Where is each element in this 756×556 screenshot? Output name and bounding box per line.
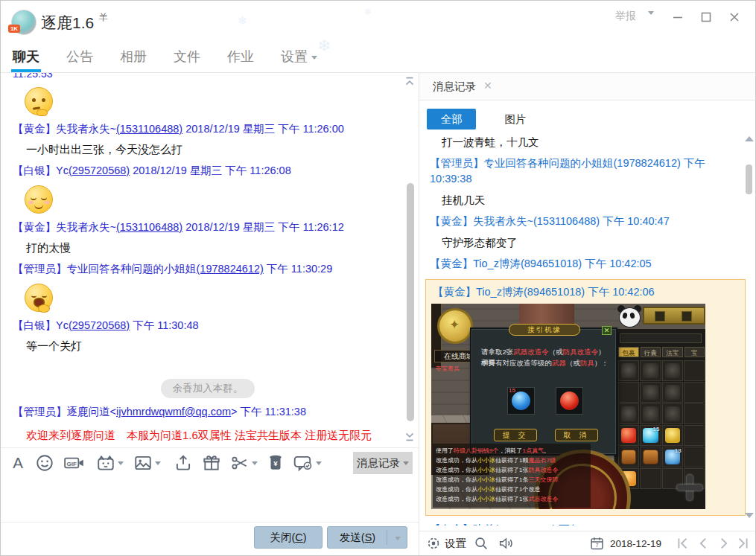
sender-name-text: 下午 11:30:48 bbox=[130, 319, 198, 331]
sender-name-text: 【黄金】失我者永失~ bbox=[13, 123, 116, 135]
history-message-text: 守护形态都变了 bbox=[442, 236, 748, 250]
nav-next-button[interactable] bbox=[716, 535, 732, 552]
svg-text:GIF: GIF bbox=[67, 461, 77, 467]
history-message-text: 打一波青蛙，十几文 bbox=[442, 135, 748, 150]
caret-down-icon bbox=[311, 56, 317, 60]
divider bbox=[1, 522, 419, 523]
highlighted-image-message[interactable]: 【黄金】Tio_z博涛(894651018) 下午 10:42:06在线商城夺宝… bbox=[425, 279, 746, 516]
yawning-face-emoji bbox=[25, 284, 53, 312]
sender-id-link[interactable]: (295720568) bbox=[69, 319, 130, 331]
message-text: 等一个关灯 bbox=[26, 339, 403, 354]
emoticon-icon[interactable] bbox=[35, 453, 54, 473]
caret-down-icon bbox=[118, 461, 124, 465]
panel-calendar-button[interactable]: 7 bbox=[589, 535, 605, 552]
clipped-timestamp: 11:25:53 bbox=[13, 73, 403, 80]
maximize-button[interactable] bbox=[696, 8, 717, 26]
send-button-label: 发送(S) bbox=[340, 531, 375, 545]
divider bbox=[387, 530, 387, 545]
font-icon[interactable]: A bbox=[8, 453, 28, 473]
game-screenshot-image[interactable]: 在线商城夺宝奇兵包裹行囊法宝宝1513接引机缘✕请拿取2张武器改造令（或防具改造… bbox=[431, 304, 705, 509]
svg-text:7: 7 bbox=[595, 542, 598, 549]
tab-chat[interactable]: 聊天 bbox=[13, 47, 39, 71]
sender-name-text: 【黄金】失我者永失~ bbox=[13, 221, 116, 233]
tab-label: 聊天 bbox=[13, 49, 39, 64]
filter-images[interactable]: 图片 bbox=[491, 109, 540, 130]
history-message-header: 【管理员】专业回答各种问题的小姐姐(1978824612) 下午 10:39:3… bbox=[430, 156, 738, 187]
sender-name-text: 【管理员】逐鹿问道< bbox=[13, 406, 116, 418]
g-dialog: 接引机缘✕请拿取2张武器改造令（或防具改造令）和要求持有对应改造等级的武器（或防… bbox=[470, 327, 617, 456]
close-panel-icon[interactable]: ✕ bbox=[483, 80, 492, 92]
sticker-icon[interactable] bbox=[96, 453, 124, 473]
panel-speaker-button[interactable] bbox=[497, 535, 515, 552]
close-window-button[interactable] bbox=[724, 8, 745, 26]
screenshot-icon[interactable] bbox=[230, 453, 258, 473]
chat-scrollbar-thumb[interactable] bbox=[407, 183, 414, 421]
sender-id-link[interactable]: (1531106488) bbox=[116, 123, 182, 135]
message-text: 一小时出出三张，今天没怎么打 bbox=[26, 143, 403, 157]
gift-icon[interactable] bbox=[202, 453, 221, 473]
send-options-caret-icon[interactable] bbox=[395, 537, 401, 540]
tab-label: 相册 bbox=[120, 49, 147, 64]
nav-last-button[interactable] bbox=[735, 535, 752, 552]
panel-scroll-down-icon[interactable] bbox=[745, 513, 754, 518]
main-tab-bar: 聊天公告相册文件作业设置 bbox=[1, 44, 418, 72]
tab-label: 公告 bbox=[66, 49, 93, 64]
chat-message-list: 11:25:53【黄金】失我者永失~(1531106488) 2018/12/1… bbox=[1, 73, 403, 447]
sender-id-link[interactable]: ijvhmrdwqwmf@qq.com bbox=[116, 406, 231, 418]
sender-name-text: 2018/12/19 星期三 下午 11:26:00 bbox=[182, 123, 344, 135]
history-message-header: 【黄金】失我者永失~(1531106488) 下午 10:40:47 bbox=[430, 214, 738, 229]
upload-icon[interactable] bbox=[174, 453, 193, 473]
svg-text:¥: ¥ bbox=[273, 459, 278, 467]
sender-id-link[interactable]: (295720568) bbox=[69, 164, 130, 176]
gif-icon[interactable]: GIF bbox=[63, 453, 86, 473]
thinking-face-emoji bbox=[25, 87, 53, 115]
send-button[interactable]: 发送(S) bbox=[327, 526, 407, 549]
g-medal bbox=[437, 308, 473, 344]
scroll-to-bottom-icon[interactable] bbox=[403, 429, 418, 444]
minimize-button[interactable] bbox=[667, 8, 688, 26]
image-icon[interactable] bbox=[133, 453, 161, 473]
history-message-list: 打一波青蛙，十几文【管理员】专业回答各种问题的小姐姐(1978824612) 下… bbox=[419, 129, 748, 525]
message-header: 【白银】Yc(295720568) 下午 11:30:48 bbox=[13, 319, 403, 333]
avatar-level-badge: 1K bbox=[8, 25, 20, 33]
message-input-area[interactable] bbox=[1, 479, 419, 522]
g-goldbar bbox=[643, 307, 705, 325]
scroll-to-top-icon[interactable] bbox=[403, 75, 418, 90]
sender-name-text: 【白银】Yc bbox=[13, 164, 69, 176]
message-header: 【黄金】失我者永失~(1531106488) 2018/12/19 星期三 下午… bbox=[13, 220, 403, 234]
tab-album[interactable]: 相册 bbox=[120, 47, 147, 71]
panel-scrollbar-thumb[interactable] bbox=[746, 164, 752, 194]
panel-search-button[interactable] bbox=[473, 535, 489, 552]
nav-first-button[interactable] bbox=[674, 535, 690, 552]
announcement-red-text: 欢迎来到逐鹿问道 本服为问道1.6双属性 法宝共生版本 注册送无限元 bbox=[26, 426, 398, 444]
sender-id-link[interactable]: (1978824612) bbox=[197, 263, 264, 275]
red-packet-icon[interactable]: ¥ bbox=[266, 453, 285, 473]
tab-homework[interactable]: 作业 bbox=[227, 47, 254, 71]
caret-down-icon bbox=[252, 461, 258, 465]
tab-files[interactable]: 文件 bbox=[174, 47, 200, 71]
close-button[interactable]: 关闭(C) bbox=[254, 526, 323, 549]
tab-label: 设置 bbox=[281, 49, 308, 64]
history-toolbar-button[interactable]: 消息记录 bbox=[353, 452, 413, 474]
history-panel-footer: 设置 7 2018-12-19 bbox=[419, 531, 756, 556]
tab-label: 作业 bbox=[227, 49, 254, 64]
history-panel-tab[interactable]: 消息记录 bbox=[433, 80, 476, 94]
message-header: 【管理员】专业回答各种问题的小姐姐(1978824612) 下午 11:30:2… bbox=[13, 262, 403, 276]
panel-scroll-up-icon[interactable] bbox=[745, 136, 754, 141]
snowflake-decoration: ❄ bbox=[364, 7, 372, 17]
tab-settings[interactable]: 设置 bbox=[281, 47, 317, 71]
panel-date-label[interactable]: 2018-12-19 bbox=[610, 538, 661, 549]
report-caret-icon[interactable] bbox=[648, 11, 654, 15]
close-button-label: 关闭(C) bbox=[270, 531, 306, 545]
message-settings-icon[interactable] bbox=[293, 453, 322, 473]
nav-prev-button[interactable] bbox=[695, 535, 711, 552]
panel-settings-label: 设置 bbox=[445, 537, 466, 551]
sender-id-link[interactable]: (1531106488) bbox=[116, 221, 182, 233]
report-button[interactable]: 举报 bbox=[615, 10, 636, 23]
tab-announce[interactable]: 公告 bbox=[66, 47, 93, 71]
notice-row: 余香加入本群。 bbox=[13, 379, 403, 398]
filter-all[interactable]: 全部 bbox=[427, 109, 476, 130]
sender-name-text: 2018/12/19 星期三 下午 11:26:12 bbox=[182, 221, 344, 233]
panel-settings-button[interactable]: 设置 bbox=[425, 535, 466, 552]
message-text: 打的太慢 bbox=[26, 241, 403, 255]
